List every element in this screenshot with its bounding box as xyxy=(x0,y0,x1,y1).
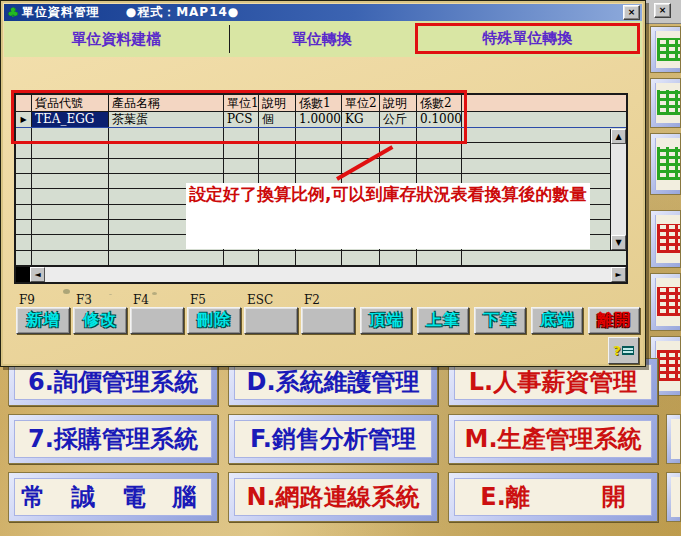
unit-data-dialog: ♣ 單位資料管理 ●程式：MAP14● × 單位資料建檔 單位轉換 特殊單位轉換… xyxy=(0,0,646,367)
empty-cell xyxy=(224,251,259,265)
empty-cell xyxy=(16,205,32,219)
table-row-selected[interactable]: ▶ TEA_EGG 茶葉蛋 PCS 個 1.0000 KG 公斤 0.1000 xyxy=(16,112,626,128)
table-row-empty[interactable] xyxy=(16,159,626,174)
empty-cell xyxy=(224,143,259,157)
cell-factor1[interactable]: 1.0000 xyxy=(296,112,342,127)
program-code-label: ●程式：MAP14● xyxy=(126,4,240,21)
horizontal-scrollbar[interactable]: ◄ ► xyxy=(16,266,626,282)
empty-cell xyxy=(16,143,32,157)
scroll-right-icon[interactable]: ► xyxy=(611,267,626,282)
leave-button[interactable]: 離開 xyxy=(588,307,640,334)
empty-cell xyxy=(109,143,224,157)
empty-cell xyxy=(32,143,109,157)
empty-cell xyxy=(380,251,417,265)
clipped-menu-button-edge xyxy=(666,472,681,522)
dialog-close-icon[interactable]: × xyxy=(623,5,640,20)
clipped-menu-button[interactable] xyxy=(650,78,681,128)
empty-cell xyxy=(462,159,626,173)
screen: × 6.詢價管理系統 D.系統維護管理 L.人事薪資管理 7.採購管理系統 F.… xyxy=(0,0,681,536)
scroll-up-icon[interactable]: ▲ xyxy=(611,129,626,144)
scroll-down-icon[interactable]: ▼ xyxy=(611,235,626,250)
tab-unit-data-entry[interactable]: 單位資料建檔 xyxy=(4,21,229,57)
menu-button-exit[interactable]: E.離 開 xyxy=(448,472,658,522)
empty-cell xyxy=(224,159,259,173)
menu-button-purchasing[interactable]: 7.採購管理系統 xyxy=(8,414,218,464)
row-selector-header xyxy=(16,95,32,111)
fkey-label-esc: ESC xyxy=(247,293,273,307)
add-button[interactable]: 新增 xyxy=(16,307,70,334)
empty-cell xyxy=(32,189,109,203)
delete-button[interactable]: 刪除 xyxy=(187,307,241,334)
tab-special-unit-conversion[interactable]: 特殊單位轉換 xyxy=(415,23,640,54)
annotation-note: 設定好了換算比例,可以到庫存狀況表看換算後的數量 xyxy=(186,183,590,249)
fkey-label-f3: F3 xyxy=(76,293,92,307)
modify-button[interactable]: 修改 xyxy=(73,307,127,334)
bottom-record-button[interactable]: 底端 xyxy=(531,307,583,334)
fkey-label-f4: F4 xyxy=(133,293,149,307)
vertical-scrollbar[interactable]: ▲ ▼ xyxy=(610,129,626,250)
keyboard-help-button[interactable]: ? xyxy=(608,337,639,364)
cell-desc2[interactable]: 公斤 xyxy=(380,112,417,127)
table-header-row: 貨品代號 產品名稱 單位1 說明 係數1 單位2 說明 係數2 xyxy=(16,95,626,112)
empty-cell xyxy=(259,143,296,157)
col-header-unit1: 單位1 xyxy=(224,95,259,111)
question-mark-icon: ? xyxy=(613,343,621,358)
cell-name[interactable]: 茶葉蛋 xyxy=(109,112,224,127)
background-close-icon[interactable]: × xyxy=(654,3,671,18)
empty-cell xyxy=(296,159,342,173)
col-header-desc1: 說明 xyxy=(259,95,296,111)
cell-factor2[interactable]: 0.1000 xyxy=(417,112,462,127)
scrollbar-track[interactable] xyxy=(45,267,611,282)
menu-button-sales-analysis[interactable]: F.銷售分析管理 xyxy=(228,414,438,464)
cell-unit1[interactable]: PCS xyxy=(224,112,259,127)
clipped-menu-button[interactable] xyxy=(650,26,681,73)
menu-button-network[interactable]: N.網路連線系統 xyxy=(228,472,438,522)
table-row-empty[interactable] xyxy=(16,143,626,158)
menu-button-production[interactable]: M.生產管理系統 xyxy=(448,414,658,464)
clipped-green-text xyxy=(657,38,680,61)
blank-button-esc[interactable] xyxy=(244,307,298,334)
empty-cell xyxy=(296,128,342,142)
empty-cell xyxy=(16,174,32,188)
grid-corner-block xyxy=(16,267,30,282)
tab-bar: 單位資料建檔 單位轉換 特殊單位轉換 xyxy=(4,21,642,57)
empty-cell xyxy=(462,128,626,142)
scroll-left-icon[interactable]: ◄ xyxy=(30,267,45,282)
dialog-titlebar[interactable]: ♣ 單位資料管理 ●程式：MAP14● × xyxy=(4,4,642,21)
clipped-menu-button[interactable] xyxy=(650,210,681,268)
empty-cell xyxy=(417,143,462,157)
empty-cell xyxy=(259,159,296,173)
table-row-empty[interactable] xyxy=(16,251,626,266)
clipped-green-text xyxy=(657,147,680,179)
col-header-factor1: 係數1 xyxy=(296,95,342,111)
empty-cell xyxy=(16,128,32,142)
blank-button-f4[interactable] xyxy=(130,307,184,334)
empty-cell xyxy=(417,128,462,142)
cell-desc1[interactable]: 個 xyxy=(259,112,296,127)
tab-unit-conversion[interactable]: 單位轉換 xyxy=(230,21,414,57)
clipped-menu-button[interactable] xyxy=(650,273,681,331)
next-record-button[interactable]: 下筆 xyxy=(474,307,526,334)
empty-cell xyxy=(32,220,109,234)
top-record-button[interactable]: 頂端 xyxy=(360,307,412,334)
empty-cell xyxy=(109,128,224,142)
clipped-red-text xyxy=(657,224,680,254)
clipped-red-text xyxy=(657,350,680,381)
prev-record-button[interactable]: 上筆 xyxy=(417,307,469,334)
background-window-titlebar-fragment: × xyxy=(646,0,681,24)
keyboard-icon xyxy=(622,346,634,355)
menu-button-company-name[interactable]: 常 誠 電 腦 xyxy=(8,472,218,522)
empty-cell xyxy=(16,235,32,249)
cell-filler xyxy=(462,112,626,127)
app-plant-icon: ♣ xyxy=(7,6,19,19)
empty-cell xyxy=(462,251,626,265)
clipped-menu-button[interactable] xyxy=(650,133,681,195)
empty-cell xyxy=(224,128,259,142)
empty-cell xyxy=(109,159,224,173)
table-row-empty[interactable] xyxy=(16,128,626,143)
cell-code[interactable]: TEA_EGG xyxy=(32,112,109,127)
empty-cell xyxy=(380,128,417,142)
blank-button-f2[interactable] xyxy=(301,307,355,334)
cell-unit2[interactable]: KG xyxy=(342,112,380,127)
empty-cell xyxy=(32,251,109,265)
